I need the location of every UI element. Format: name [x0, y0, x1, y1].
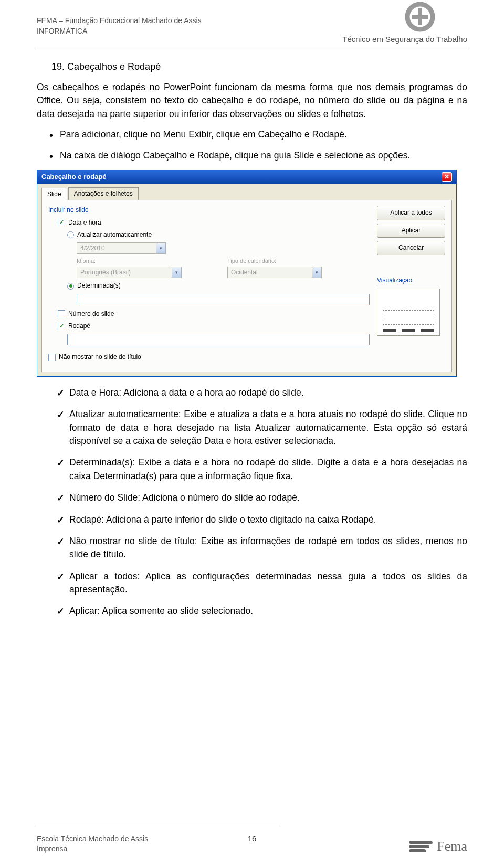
checkbox-icon	[48, 354, 56, 361]
check-item: Aplicar: Aplica somente ao slide selecio…	[37, 605, 467, 618]
header-footer-dialog: Cabeçalho e rodapé ✕ Slide Anotações e f…	[37, 170, 457, 377]
instruction-bullets: Para adicionar, clique no Menu Exibir, c…	[37, 128, 467, 162]
apply-button[interactable]: Aplicar	[377, 224, 445, 238]
preview-footer-marks	[383, 329, 434, 332]
checkbox-label: Não mostrar no slide de título	[59, 353, 141, 362]
intro-paragraph: Os cabeçalhos e rodapés no PowerPoint fu…	[37, 81, 467, 121]
checkbox-slide-number[interactable]: Número do slide	[58, 310, 370, 319]
footer-text-input[interactable]	[67, 334, 370, 345]
dialog-right-pane: Aplicar a todos Aplicar Cancelar Visuali…	[377, 206, 445, 365]
checkbox-no-title-slide[interactable]: Não mostrar no slide de título	[48, 353, 370, 362]
footer-divider	[37, 827, 278, 827]
tab-slide[interactable]: Slide	[41, 188, 67, 200]
radio-icon	[67, 283, 74, 290]
footer-school: Escola Técnica Machado de Assis Imprensa	[37, 834, 148, 854]
checkbox-icon	[58, 310, 65, 317]
fixed-date-input[interactable]	[77, 294, 370, 305]
preview-placeholder	[383, 310, 434, 325]
idioma-combo[interactable]: Português (Brasil) ▾	[77, 267, 182, 278]
footer-line1: Escola Técnica Machado de Assis	[37, 834, 148, 844]
dialog-body: Incluir no slide ✓ Data e hora Atualizar…	[41, 200, 452, 372]
plus-circle-icon	[404, 1, 436, 33]
main-content: 19. Cabeçalhos e Rodapé Os cabeçalhos e …	[37, 60, 467, 618]
checkbox-label: Data e hora	[68, 218, 101, 227]
calendar-type-combo[interactable]: Ocidental ▾	[227, 267, 322, 278]
dialog-tabs: Slide Anotações e folhetos	[37, 184, 456, 200]
header-org-line1: FEMA – Fundação Educacional Machado de A…	[37, 16, 202, 26]
preview-group: Visualização	[377, 276, 445, 335]
idioma-value: Português (Brasil)	[77, 268, 172, 277]
check-item: Número do Slide: Adiciona o número do sl…	[37, 491, 467, 504]
fema-logo-text: Fema	[437, 839, 467, 854]
feature-checklist: Data e Hora: Adiciona a data e a hora ao…	[37, 386, 467, 618]
fema-logo-icon	[410, 841, 433, 852]
check-item: Rodapé: Adiciona à parte inferior do sli…	[37, 513, 467, 526]
group-include-label: Incluir no slide	[48, 206, 370, 215]
preview-label: Visualização	[377, 276, 445, 285]
preview-box	[377, 289, 440, 336]
header-org-line2: INFORMÁTICA	[37, 26, 202, 37]
header-course-block: Técnico em Segurança do Trabalho	[342, 16, 467, 44]
dialog-titlebar: Cabeçalho e rodapé ✕	[37, 170, 456, 184]
apply-all-button[interactable]: Aplicar a todos	[377, 206, 445, 220]
page-header: FEMA – Fundação Educacional Machado de A…	[37, 16, 467, 44]
fema-logo: Fema	[410, 839, 467, 854]
calendar-type-value: Ocidental	[228, 268, 312, 277]
radio-fixed[interactable]: Determinada(s)	[67, 281, 370, 290]
header-org: FEMA – Fundação Educacional Machado de A…	[37, 16, 202, 36]
footer-line2: Imprensa	[37, 844, 148, 854]
close-button[interactable]: ✕	[442, 172, 452, 182]
checkbox-icon: ✓	[58, 323, 65, 330]
tab-notes-handouts[interactable]: Anotações e folhetos	[68, 187, 139, 200]
radio-auto-update[interactable]: Atualizar automaticamente	[67, 230, 370, 239]
bullet-item: Para adicionar, clique no Menu Exibir, c…	[37, 128, 467, 141]
dialog-left-pane: Incluir no slide ✓ Data e hora Atualizar…	[48, 206, 370, 365]
radio-icon	[67, 231, 74, 238]
check-item: Não mostrar no slide de título: Exibe as…	[37, 535, 467, 562]
chevron-down-icon: ▾	[172, 267, 181, 278]
close-icon: ✕	[444, 174, 449, 180]
checkbox-icon: ✓	[58, 219, 65, 226]
bullet-item: Na caixa de diálogo Cabeçalho e Rodapé, …	[37, 149, 467, 162]
radio-label: Determinada(s)	[77, 281, 121, 290]
chevron-down-icon: ▾	[156, 243, 165, 253]
idioma-label: Idioma:	[77, 257, 219, 266]
date-combo-value: 4/2/2010	[77, 244, 156, 253]
cancel-button[interactable]: Cancelar	[377, 241, 445, 255]
svg-rect-2	[412, 15, 428, 19]
header-course: Técnico em Segurança do Trabalho	[342, 35, 467, 44]
chevron-down-icon: ▾	[312, 267, 321, 278]
checkbox-date-hora[interactable]: ✓ Data e hora	[58, 218, 370, 227]
section-heading: 19. Cabeçalhos e Rodapé	[51, 60, 467, 73]
calendar-type-label: Tipo de calendário:	[227, 257, 370, 266]
dialog-title: Cabeçalho e rodapé	[41, 172, 107, 182]
date-combo[interactable]: 4/2/2010 ▾	[77, 242, 166, 254]
radio-label: Atualizar automaticamente	[77, 230, 152, 239]
header-divider	[37, 48, 467, 48]
checkbox-label: Rodapé	[68, 322, 90, 331]
check-item: Data e Hora: Adiciona a data e a hora ao…	[37, 386, 467, 399]
checkbox-label: Número do slide	[68, 310, 114, 319]
check-item: Determinada(s): Exibe a data e a hora no…	[37, 456, 467, 483]
check-item: Aplicar a todos: Aplica as configurações…	[37, 570, 467, 597]
check-item: Atualizar automaticamente: Exibe e atual…	[37, 408, 467, 448]
page-footer: Escola Técnica Machado de Assis Imprensa…	[37, 834, 467, 854]
checkbox-footer[interactable]: ✓ Rodapé	[58, 322, 370, 331]
